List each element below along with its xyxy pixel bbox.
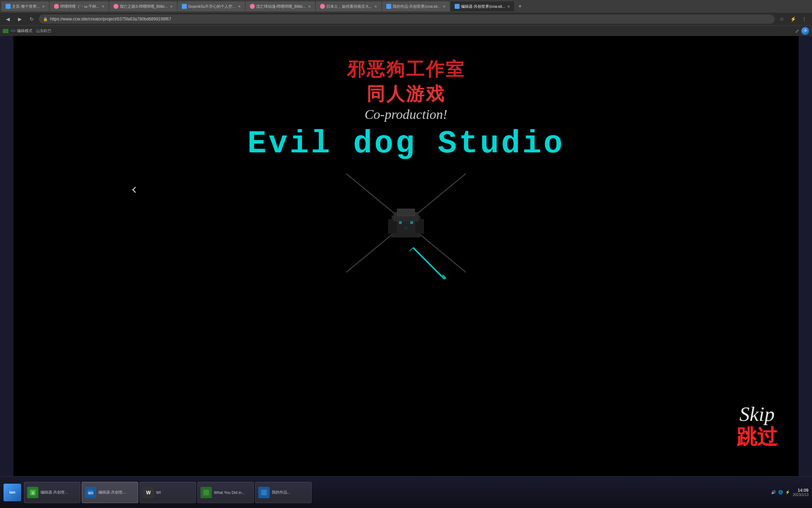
taskbar-item-1[interactable]: 编辑 编辑器·共创世... <box>82 482 138 503</box>
forward-button[interactable]: ▶ <box>15 14 25 24</box>
nav-right-buttons: ☆ ⚡ ⋮ <box>777 14 809 24</box>
nav-bar: ◀ ▶ ↻ 🔒 https://www.ccw.site/creator/pro… <box>0 13 812 25</box>
clock-date: 2023/1/13 <box>793 493 809 497</box>
expand-button[interactable]: ⤢ <box>795 28 799 34</box>
tab-5-close[interactable]: ✕ <box>308 5 311 8</box>
tab-4-close[interactable]: ✕ <box>238 5 241 8</box>
back-button[interactable]: ◀ <box>3 14 13 24</box>
svg-line-7 <box>413 248 445 279</box>
tab-8[interactable]: 编辑器·共创世界(ccw.sit... ✕ <box>450 1 514 11</box>
svg-rect-9 <box>441 274 447 279</box>
tab-3[interactable]: 我亡之路3-哔哩哔哩_Bilibi... ✕ <box>109 1 177 11</box>
svg-rect-11 <box>410 221 413 224</box>
toolbar-breadcrumb: 山东欧巴 <box>36 28 51 34</box>
skip-english-label: Skip <box>737 403 777 425</box>
taskbar: iam ☰ 编辑器·共创世... 编辑 编辑器·共创世... W WI What… <box>0 476 812 508</box>
taskbar-label-2: WI <box>156 490 161 495</box>
tab-8-close[interactable]: ✕ <box>507 5 510 8</box>
taskbar-icon-1: 编辑 <box>85 487 96 498</box>
tray-icon-1: 🔊 <box>771 490 776 495</box>
svg-rect-12 <box>405 226 407 229</box>
browser-chrome: 主页-整个世界... ✕ 哔哩哔哩（'・ω·千杯... ✕ 我亡之路3-哔哩哔哩… <box>0 0 812 36</box>
svg-rect-18 <box>261 490 267 495</box>
game-area[interactable]: 邪恶狗工作室 同人游戏 Co-production! Evil dog Stud… <box>13 36 799 476</box>
tab-2[interactable]: 哔哩哔哩（'・ω·千杯... ✕ <box>50 1 109 11</box>
taskbar-item-4[interactable]: 我的作品... <box>255 482 312 503</box>
studio-name: Evil dog Studio <box>247 126 565 162</box>
taskbar-item-3[interactable]: What You Did in... <box>197 482 254 503</box>
tab-7[interactable]: 我的作品·共创世界(ccw.sit... ✕ <box>382 1 450 11</box>
taskbar-item-0[interactable]: ☰ 编辑器·共创世... <box>24 482 80 503</box>
tab-1-close[interactable]: ✕ <box>42 5 45 8</box>
taskbar-right: 🔊 🌐 ⚡ 14:09 2023/1/13 <box>771 488 809 497</box>
tray-icon-2: 🌐 <box>778 490 783 495</box>
url-text: https://www.ccw.site/creator/project/637… <box>50 17 171 22</box>
tab-bar: 主页-整个世界... ✕ 哔哩哔哩（'・ω·千杯... ✕ 我亡之路3-哔哩哔哩… <box>0 0 812 13</box>
lightning-icon[interactable]: ⚡ <box>788 14 798 24</box>
bookmark-icon[interactable]: ☆ <box>777 14 787 24</box>
clock[interactable]: 14:09 2023/1/13 <box>793 488 809 497</box>
taskbar-label-1: 编辑器·共创世... <box>98 490 126 495</box>
svg-rect-17 <box>203 490 209 495</box>
lock-icon: 🔒 <box>43 17 48 22</box>
menu-icon[interactable]: ⋮ <box>799 14 809 24</box>
taskbar-label-4: 我的作品... <box>272 490 290 495</box>
svg-rect-10 <box>399 221 402 224</box>
tab-3-close[interactable]: ✕ <box>170 5 173 8</box>
skip-button[interactable]: Skip 跳过 <box>737 403 777 448</box>
tab-5[interactable]: 流亡球动漫-哔哩哔哩_Bilibi... ✕ <box>246 1 315 11</box>
tab-2-close[interactable]: ✕ <box>102 5 104 8</box>
svg-rect-4 <box>415 219 424 234</box>
new-tab-button[interactable]: + <box>515 1 525 11</box>
flag-icon <box>3 29 8 33</box>
subtitle: Co-production! <box>364 107 447 122</box>
title-line1: 邪恶狗工作室 <box>347 57 465 82</box>
toolbar-flag[interactable] <box>3 29 8 33</box>
user-avatar[interactable]: 小 <box>801 27 809 35</box>
tab-6-close[interactable]: ✕ <box>374 5 377 8</box>
address-bar[interactable]: 🔒 https://www.ccw.site/creator/project/6… <box>39 14 775 24</box>
tab-4[interactable]: GopnikSu不开心的个人空... ✕ <box>178 1 245 11</box>
svg-text:编辑: 编辑 <box>88 491 93 495</box>
refresh-button[interactable]: ↻ <box>27 14 37 24</box>
toolbar-code-mode[interactable]: </> 编辑模式 <box>11 28 32 34</box>
weapons-graphic <box>318 167 494 279</box>
tab-1[interactable]: 主页-整个世界... ✕ <box>1 1 49 11</box>
taskbar-label-0: 编辑器·共创世... <box>41 490 68 495</box>
svg-rect-3 <box>388 219 397 234</box>
svg-rect-6 <box>397 209 415 216</box>
taskbar-icon-3 <box>201 487 212 498</box>
code-icon: </> <box>11 29 16 33</box>
toolbar: </> 编辑模式 山东欧巴 ⤢ 小 <box>0 25 812 36</box>
svg-line-8 <box>410 248 413 251</box>
clock-time: 14:09 <box>793 488 809 493</box>
tab-7-close[interactable]: ✕ <box>443 5 445 8</box>
taskbar-icon-2: W <box>143 487 154 498</box>
taskbar-label-3: What You Did in... <box>214 490 245 495</box>
taskbar-item-2[interactable]: W WI <box>140 482 196 503</box>
tab-6[interactable]: 日本人，如何看待南京大... ✕ <box>316 1 381 11</box>
skip-chinese-label: 跳过 <box>737 425 777 448</box>
tray-icon-3: ⚡ <box>785 490 790 495</box>
svg-text:☰: ☰ <box>31 491 35 495</box>
taskbar-icon-4 <box>258 487 270 498</box>
start-button[interactable]: iam <box>4 484 21 501</box>
title-line2: 同人游戏 <box>367 82 445 107</box>
system-tray: 🔊 🌐 ⚡ <box>771 490 790 495</box>
game-content: 邪恶狗工作室 同人游戏 Co-production! Evil dog Stud… <box>13 36 799 476</box>
taskbar-icon-0: ☰ <box>27 487 38 498</box>
mouse-cursor <box>133 187 139 193</box>
